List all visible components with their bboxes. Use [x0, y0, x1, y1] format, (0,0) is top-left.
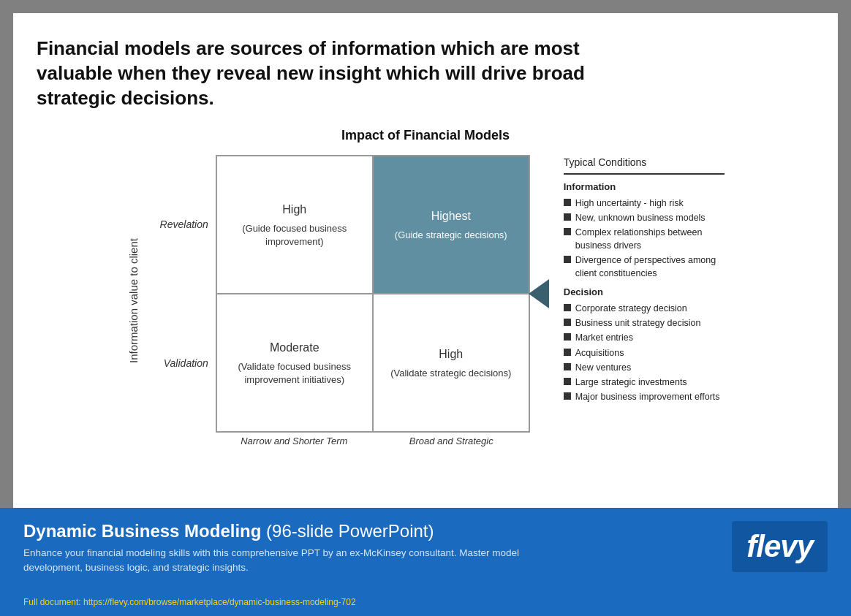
- bullet-icon: [564, 213, 571, 221]
- bullet-icon: [564, 333, 571, 341]
- tc-item: Business unit strategy decision: [564, 316, 725, 330]
- flevy-logo[interactable]: flevy: [732, 521, 828, 572]
- footer: Dynamic Business Modeling (96-slide Powe…: [0, 508, 851, 616]
- bullet-icon: [564, 256, 571, 263]
- main-card: Financial models are sources of informat…: [13, 13, 838, 508]
- cell-value-0: High: [282, 202, 306, 218]
- row-label-validation: Validation: [150, 357, 208, 369]
- tc-text: Major business improvement efforts: [575, 390, 720, 403]
- footer-title: Dynamic Business Modeling (96-slide Powe…: [23, 521, 714, 541]
- footer-description: Enhance your financial modeling skills w…: [23, 546, 521, 574]
- cell-sub-3: (Validate strategic decisions): [390, 367, 511, 380]
- tc-text: Acquisitions: [575, 346, 624, 360]
- cell-sub-0: (Guide focused business improvement): [226, 222, 363, 248]
- row-labels-and-grid: Revelation Validation High (Guide focuse…: [150, 155, 549, 433]
- cell-value-1: Highest: [431, 208, 471, 224]
- x-axis-label-narrow: Narrow and Shorter Term: [216, 436, 373, 446]
- row-label-revelation: Revelation: [150, 218, 208, 230]
- arrow-icon: [529, 279, 549, 308]
- tc-item: Divergence of perspectives among client …: [564, 254, 725, 280]
- tc-text: Divergence of perspectives among client …: [575, 254, 725, 280]
- row-labels: Revelation Validation: [150, 155, 208, 433]
- bullet-icon: [564, 392, 571, 400]
- arrow-container: [529, 155, 549, 433]
- footer-left: Dynamic Business Modeling (96-slide Powe…: [23, 521, 714, 574]
- bullet-icon: [564, 304, 571, 311]
- cell-sub-2: (Validate focused business improvement i…: [226, 360, 363, 387]
- page-heading: Financial models are sources of informat…: [37, 37, 607, 110]
- tc-text: New ventures: [575, 361, 631, 374]
- chart-title: Impact of Financial Models: [341, 128, 510, 143]
- tc-item: Major business improvement efforts: [564, 390, 725, 403]
- tc-item: New, unknown business models: [564, 211, 725, 224]
- tc-item: Large strategic investments: [564, 376, 725, 389]
- footer-top: Dynamic Business Modeling (96-slide Powe…: [23, 521, 828, 574]
- footer-title-suffix: (96-slide PowerPoint): [261, 521, 434, 541]
- tc-text: Business unit strategy decision: [575, 316, 701, 330]
- chart-with-labels: Information value to client Revelation V…: [126, 155, 725, 446]
- bullet-icon: [564, 199, 571, 206]
- bullet-icon: [564, 349, 571, 356]
- tc-text: Large strategic investments: [575, 376, 687, 389]
- cell-highest-broad: Highest (Guide strategic decisions): [373, 156, 529, 294]
- bullet-icon: [564, 319, 571, 326]
- tc-text: New, unknown business models: [575, 211, 706, 224]
- tc-text: Corporate strategy decision: [575, 302, 687, 315]
- tc-title: Typical Conditions: [564, 155, 725, 174]
- tc-item: Corporate strategy decision: [564, 302, 725, 315]
- cell-value-2: Moderate: [270, 340, 319, 356]
- cell-sub-1: (Guide strategic decisions): [395, 229, 507, 242]
- cell-high-broad: High (Validate strategic decisions): [373, 294, 529, 432]
- cell-value-3: High: [439, 346, 463, 362]
- cell-high-narrow: High (Guide focused business improvement…: [216, 156, 373, 294]
- grid-and-right: Revelation Validation High (Guide focuse…: [150, 155, 725, 446]
- tc-item: High uncertainty - high risk: [564, 197, 725, 210]
- tc-section-label-decision: Decision: [564, 286, 725, 300]
- y-axis-label: Information value to client: [126, 155, 141, 446]
- x-axis-label-broad: Broad and Strategic: [373, 436, 530, 446]
- tc-item: Complex relationships between business d…: [564, 226, 725, 252]
- tc-section-label-information: Information: [564, 180, 725, 194]
- tc-item: Acquisitions: [564, 346, 725, 360]
- tc-item: New ventures: [564, 361, 725, 374]
- footer-title-bold: Dynamic Business Modeling: [23, 521, 261, 541]
- chart-section: Impact of Financial Models Information v…: [37, 128, 814, 446]
- bullet-icon: [564, 363, 571, 370]
- matrix-container: Revelation Validation High (Guide focuse…: [150, 155, 549, 446]
- tc-text: Complex relationships between business d…: [575, 226, 725, 252]
- tc-sections: Information High uncertainty - high risk…: [564, 180, 725, 403]
- typical-conditions: Typical Conditions Information High unce…: [564, 155, 725, 405]
- footer-link[interactable]: Full document: https://flevy.com/browse/…: [23, 597, 828, 607]
- cell-moderate-narrow: Moderate (Validate focused business impr…: [216, 294, 373, 432]
- tc-text: High uncertainty - high risk: [575, 197, 684, 210]
- bullet-icon: [564, 228, 571, 235]
- matrix-grid: High (Guide focused business improvement…: [216, 155, 530, 433]
- tc-text: Market entries: [575, 331, 633, 344]
- bullet-icon: [564, 378, 571, 385]
- tc-item: Market entries: [564, 331, 725, 344]
- x-axis-labels: Narrow and Shorter Term Broad and Strate…: [216, 436, 530, 446]
